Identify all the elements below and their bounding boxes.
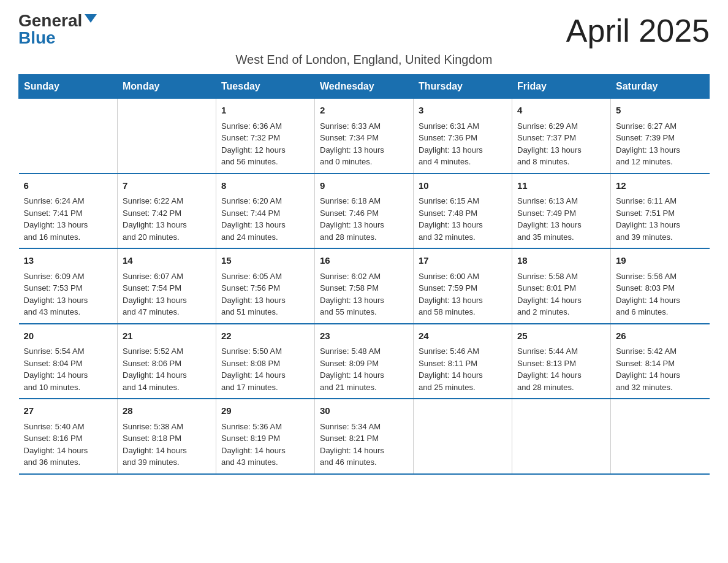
calendar-day-cell: 4Sunrise: 6:29 AM Sunset: 7:37 PM Daylig… (512, 99, 611, 174)
day-number: 13 (24, 254, 113, 268)
calendar-day-cell: 22Sunrise: 5:50 AM Sunset: 8:08 PM Dayli… (216, 324, 315, 399)
logo-blue: Blue (18, 29, 56, 47)
calendar-day-cell: 24Sunrise: 5:46 AM Sunset: 8:11 PM Dayli… (414, 324, 512, 399)
day-info: Sunrise: 5:36 AM Sunset: 8:19 PM Dayligh… (221, 421, 309, 469)
day-number: 15 (221, 254, 309, 268)
day-info: Sunrise: 5:46 AM Sunset: 8:11 PM Dayligh… (419, 345, 507, 393)
calendar-day-cell: 27Sunrise: 5:40 AM Sunset: 8:16 PM Dayli… (19, 399, 118, 474)
calendar-day-cell: 6Sunrise: 6:24 AM Sunset: 7:41 PM Daylig… (19, 174, 118, 249)
day-info: Sunrise: 5:34 AM Sunset: 8:21 PM Dayligh… (320, 421, 408, 469)
day-info: Sunrise: 6:33 AM Sunset: 7:34 PM Dayligh… (320, 120, 408, 168)
page-header: General Blue April 2025 (18, 12, 710, 49)
day-number: 19 (616, 254, 705, 268)
day-number: 12 (616, 179, 705, 193)
day-info: Sunrise: 6:02 AM Sunset: 7:58 PM Dayligh… (320, 270, 408, 318)
calendar-day-cell: 3Sunrise: 6:31 AM Sunset: 7:36 PM Daylig… (414, 99, 512, 174)
calendar-day-cell (414, 399, 512, 474)
day-number: 14 (123, 254, 211, 268)
calendar-week-row: 20Sunrise: 5:54 AM Sunset: 8:04 PM Dayli… (19, 324, 710, 399)
logo-triangle-icon (85, 14, 97, 23)
calendar-day-cell: 2Sunrise: 6:33 AM Sunset: 7:34 PM Daylig… (315, 99, 414, 174)
day-info: Sunrise: 6:22 AM Sunset: 7:42 PM Dayligh… (123, 195, 211, 243)
day-number: 5 (616, 104, 705, 118)
day-info: Sunrise: 5:40 AM Sunset: 8:16 PM Dayligh… (24, 421, 113, 469)
month-title: April 2025 (566, 12, 710, 49)
day-number: 9 (320, 179, 408, 193)
day-info: Sunrise: 6:27 AM Sunset: 7:39 PM Dayligh… (616, 120, 705, 168)
calendar-day-cell: 26Sunrise: 5:42 AM Sunset: 8:14 PM Dayli… (611, 324, 710, 399)
day-number: 25 (517, 329, 605, 343)
day-info: Sunrise: 5:44 AM Sunset: 8:13 PM Dayligh… (517, 345, 605, 393)
day-number: 30 (320, 404, 408, 418)
calendar-day-cell: 15Sunrise: 6:05 AM Sunset: 7:56 PM Dayli… (216, 248, 315, 324)
weekday-header-tuesday: Tuesday (216, 75, 315, 99)
day-info: Sunrise: 5:58 AM Sunset: 8:01 PM Dayligh… (517, 270, 605, 318)
day-number: 26 (616, 329, 705, 343)
day-info: Sunrise: 6:13 AM Sunset: 7:49 PM Dayligh… (517, 195, 605, 243)
day-info: Sunrise: 6:29 AM Sunset: 7:37 PM Dayligh… (517, 120, 605, 168)
day-number: 28 (123, 404, 211, 418)
calendar-day-cell: 30Sunrise: 5:34 AM Sunset: 8:21 PM Dayli… (315, 399, 414, 474)
logo-general: General (18, 12, 82, 29)
weekday-header-friday: Friday (512, 75, 611, 99)
calendar-day-cell: 23Sunrise: 5:48 AM Sunset: 8:09 PM Dayli… (315, 324, 414, 399)
weekday-header-thursday: Thursday (414, 75, 512, 99)
calendar-day-cell: 29Sunrise: 5:36 AM Sunset: 8:19 PM Dayli… (216, 399, 315, 474)
day-number: 24 (419, 329, 507, 343)
day-info: Sunrise: 6:36 AM Sunset: 7:32 PM Dayligh… (221, 120, 309, 168)
day-info: Sunrise: 6:24 AM Sunset: 7:41 PM Dayligh… (24, 195, 113, 243)
calendar-day-cell: 12Sunrise: 6:11 AM Sunset: 7:51 PM Dayli… (611, 174, 710, 249)
day-number: 29 (221, 404, 309, 418)
day-info: Sunrise: 6:00 AM Sunset: 7:59 PM Dayligh… (419, 270, 507, 318)
day-number: 2 (320, 104, 408, 118)
day-number: 11 (517, 179, 605, 193)
calendar-day-cell: 21Sunrise: 5:52 AM Sunset: 8:06 PM Dayli… (118, 324, 216, 399)
calendar-day-cell: 18Sunrise: 5:58 AM Sunset: 8:01 PM Dayli… (512, 248, 611, 324)
day-info: Sunrise: 6:15 AM Sunset: 7:48 PM Dayligh… (419, 195, 507, 243)
day-number: 6 (24, 179, 113, 193)
day-info: Sunrise: 6:31 AM Sunset: 7:36 PM Dayligh… (419, 120, 507, 168)
day-number: 7 (123, 179, 211, 193)
day-number: 10 (419, 179, 507, 193)
calendar-day-cell: 1Sunrise: 6:36 AM Sunset: 7:32 PM Daylig… (216, 99, 315, 174)
calendar-day-cell (19, 99, 118, 174)
calendar-week-row: 13Sunrise: 6:09 AM Sunset: 7:53 PM Dayli… (19, 248, 710, 324)
day-number: 17 (419, 254, 507, 268)
calendar-day-cell: 17Sunrise: 6:00 AM Sunset: 7:59 PM Dayli… (414, 248, 512, 324)
location-subtitle: West End of London, England, United King… (18, 53, 710, 67)
day-number: 23 (320, 329, 408, 343)
calendar-week-row: 6Sunrise: 6:24 AM Sunset: 7:41 PM Daylig… (19, 174, 710, 249)
day-info: Sunrise: 6:05 AM Sunset: 7:56 PM Dayligh… (221, 270, 309, 318)
day-info: Sunrise: 6:09 AM Sunset: 7:53 PM Dayligh… (24, 270, 113, 318)
calendar-day-cell: 20Sunrise: 5:54 AM Sunset: 8:04 PM Dayli… (19, 324, 118, 399)
day-number: 22 (221, 329, 309, 343)
day-number: 18 (517, 254, 605, 268)
calendar-day-cell: 11Sunrise: 6:13 AM Sunset: 7:49 PM Dayli… (512, 174, 611, 249)
calendar-week-row: 1Sunrise: 6:36 AM Sunset: 7:32 PM Daylig… (19, 99, 710, 174)
day-info: Sunrise: 6:07 AM Sunset: 7:54 PM Dayligh… (123, 270, 211, 318)
day-number: 27 (24, 404, 113, 418)
logo: General Blue (18, 12, 97, 47)
calendar-day-cell (118, 99, 216, 174)
day-info: Sunrise: 6:11 AM Sunset: 7:51 PM Dayligh… (616, 195, 705, 243)
day-info: Sunrise: 5:42 AM Sunset: 8:14 PM Dayligh… (616, 345, 705, 393)
calendar-day-cell: 8Sunrise: 6:20 AM Sunset: 7:44 PM Daylig… (216, 174, 315, 249)
day-number: 16 (320, 254, 408, 268)
calendar-day-cell: 25Sunrise: 5:44 AM Sunset: 8:13 PM Dayli… (512, 324, 611, 399)
day-info: Sunrise: 5:38 AM Sunset: 8:18 PM Dayligh… (123, 421, 211, 469)
day-info: Sunrise: 5:50 AM Sunset: 8:08 PM Dayligh… (221, 345, 309, 393)
calendar-day-cell: 16Sunrise: 6:02 AM Sunset: 7:58 PM Dayli… (315, 248, 414, 324)
day-number: 4 (517, 104, 605, 118)
day-info: Sunrise: 6:18 AM Sunset: 7:46 PM Dayligh… (320, 195, 408, 243)
calendar-day-cell (512, 399, 611, 474)
day-number: 8 (221, 179, 309, 193)
calendar-day-cell: 10Sunrise: 6:15 AM Sunset: 7:48 PM Dayli… (414, 174, 512, 249)
day-info: Sunrise: 5:48 AM Sunset: 8:09 PM Dayligh… (320, 345, 408, 393)
day-info: Sunrise: 6:20 AM Sunset: 7:44 PM Dayligh… (221, 195, 309, 243)
weekday-header-sunday: Sunday (19, 75, 118, 99)
day-info: Sunrise: 5:56 AM Sunset: 8:03 PM Dayligh… (616, 270, 705, 318)
calendar-table: SundayMondayTuesdayWednesdayThursdayFrid… (18, 74, 710, 475)
calendar-day-cell: 5Sunrise: 6:27 AM Sunset: 7:39 PM Daylig… (611, 99, 710, 174)
weekday-header-monday: Monday (118, 75, 216, 99)
calendar-day-cell: 7Sunrise: 6:22 AM Sunset: 7:42 PM Daylig… (118, 174, 216, 249)
